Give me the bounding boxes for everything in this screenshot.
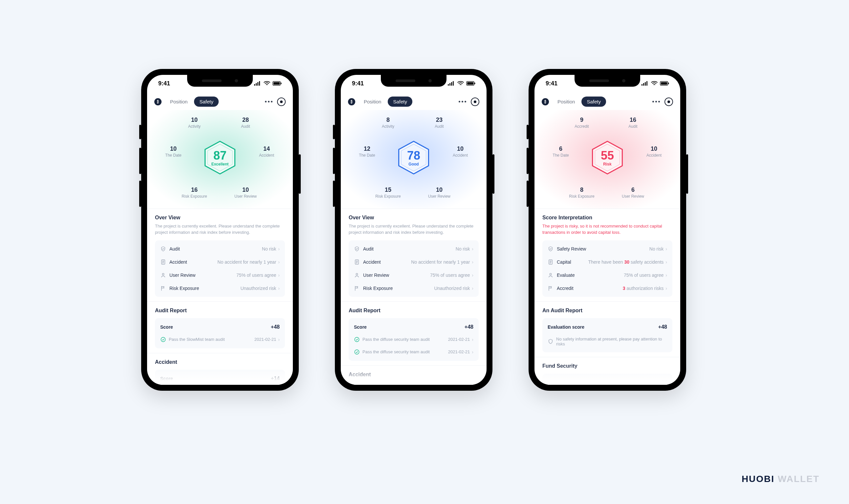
- token-icon[interactable]: ₿: [542, 98, 549, 105]
- svg-rect-2: [257, 82, 258, 86]
- accident-title: Accident: [349, 372, 479, 378]
- svg-point-22: [356, 273, 358, 275]
- overview-row[interactable]: Accident No accident for nearly 1 year›: [155, 255, 285, 269]
- svg-rect-15: [453, 81, 454, 86]
- shield-icon: [160, 246, 166, 252]
- shield-icon: [548, 339, 554, 344]
- overview-row[interactable]: Audit No risk›: [155, 242, 285, 255]
- user-icon: [354, 272, 360, 278]
- svg-rect-31: [668, 83, 669, 84]
- cellular-icon: [642, 81, 649, 86]
- chevron-right-icon: ›: [666, 259, 667, 265]
- target-icon[interactable]: [471, 97, 479, 106]
- token-icon[interactable]: ₿: [348, 98, 355, 105]
- flag-icon: [160, 285, 166, 291]
- stat-mr: 10 Accident: [634, 145, 674, 158]
- svg-rect-0: [254, 84, 255, 86]
- battery-icon: [466, 81, 475, 86]
- target-icon[interactable]: [665, 97, 673, 106]
- score-hexagon: 78 Good: [396, 140, 431, 175]
- more-icon[interactable]: [459, 101, 466, 103]
- audit-card: Score +48 Pass the SlowMist team audit 2…: [155, 318, 285, 348]
- status-time: 9:41: [352, 80, 364, 87]
- cellular-icon: [254, 81, 261, 86]
- chevron-right-icon: ›: [666, 286, 667, 291]
- chevron-right-icon: ›: [472, 259, 473, 265]
- stat-br: 10 User Review: [226, 186, 265, 199]
- shield-icon: [354, 246, 360, 252]
- stat-bl: 15 Risk Exposure: [368, 186, 408, 199]
- svg-rect-1: [256, 83, 257, 86]
- overview-row[interactable]: Accredit 3 authorization risks›: [542, 282, 672, 295]
- svg-point-10: [162, 273, 164, 275]
- more-icon[interactable]: [652, 101, 660, 103]
- svg-point-23: [355, 337, 359, 342]
- phone-mockup: 9:41 ₿ Position Safety: [528, 69, 686, 391]
- phone-mockup: 9:41 ₿ Position Safety: [335, 69, 492, 391]
- score-hexagon: 87 Excellent: [202, 140, 238, 175]
- app-header: ₿ Position Safety: [341, 94, 487, 110]
- overview-section: Over View The project is currently excel…: [341, 209, 487, 301]
- audit-score-row: Score +48: [155, 320, 285, 334]
- overview-row[interactable]: Safety Review No risk›: [542, 242, 672, 255]
- audit-line[interactable]: Pass the diffuse security team audit 202…: [349, 334, 479, 346]
- overview-row[interactable]: Risk Exposure Unauthorized risk›: [155, 282, 285, 295]
- tab-safety[interactable]: Safety: [388, 96, 412, 107]
- target-icon[interactable]: [277, 97, 286, 106]
- stat-bl: 16 Risk Exposure: [175, 186, 214, 199]
- tab-position[interactable]: Position: [552, 96, 580, 107]
- flag-icon: [354, 285, 360, 291]
- overview-title: Score Interpretation: [542, 215, 672, 221]
- stat-tl: 9 Accredit: [562, 116, 601, 129]
- accident-score-row: Evaluation score +14: [542, 376, 672, 385]
- overview-row[interactable]: Risk Exposure Unauthorized risk›: [349, 282, 479, 295]
- svg-point-35: [549, 273, 551, 275]
- overview-row[interactable]: Evaluate 75% of users agree›: [542, 269, 672, 282]
- wifi-icon: [264, 81, 270, 86]
- audit-section: Audit Report Score +48 Pass the diffuse …: [341, 301, 487, 365]
- accident-card: Score +14 No historical accident in the …: [155, 370, 285, 385]
- overview-row[interactable]: Audit No risk›: [349, 242, 479, 255]
- accident-score-row: Score +14: [155, 372, 285, 385]
- svg-rect-26: [643, 83, 644, 86]
- audit-card: Evaluation score +48 No safety informati…: [542, 318, 672, 352]
- score-hexagon: 55 Risk: [590, 140, 625, 175]
- audit-score-row: Score +48: [349, 320, 479, 334]
- overview-subtitle: The project is currently excellent. Plea…: [155, 223, 285, 236]
- accident-section: Accident Score +14 No historical acciden…: [147, 353, 293, 385]
- more-icon[interactable]: [265, 101, 272, 103]
- audit-line[interactable]: Pass the diffuse security team audit 202…: [349, 346, 479, 359]
- document-icon: [548, 259, 554, 265]
- cellular-icon: [448, 81, 455, 86]
- overview-row[interactable]: User Review 75% of users agree›: [155, 269, 285, 282]
- overview-card: Audit No risk› Accident No accident for …: [155, 240, 285, 297]
- stat-tr: 28 Audit: [226, 116, 265, 129]
- audit-note: No safety information at present, please…: [542, 334, 672, 350]
- tab-safety[interactable]: Safety: [581, 96, 606, 107]
- phone-notch: [381, 75, 447, 87]
- accident-title: Fund Security: [542, 363, 672, 369]
- stat-tr: 23 Audit: [419, 116, 459, 129]
- overview-title: Over View: [349, 215, 479, 221]
- chevron-right-icon: ›: [278, 259, 280, 265]
- score-hero: 8 Activity 23 Audit 12 The Date 10 Accid…: [341, 110, 487, 209]
- check-icon: [354, 349, 360, 355]
- audit-line[interactable]: Pass the SlowMist team audit 2021-02-21 …: [155, 334, 285, 346]
- tab-position[interactable]: Position: [165, 96, 193, 107]
- overview-row[interactable]: User Review 75% of users agree›: [349, 269, 479, 282]
- tab-position[interactable]: Position: [359, 96, 386, 107]
- overview-row[interactable]: Capital There have been 30 safety accide…: [542, 255, 672, 269]
- document-icon: [160, 259, 166, 265]
- flag-icon: [548, 285, 554, 291]
- svg-rect-14: [451, 82, 452, 86]
- audit-score-row: Evaluation score +48: [542, 320, 672, 334]
- tab-safety[interactable]: Safety: [194, 96, 219, 107]
- check-icon: [354, 337, 360, 342]
- overview-row[interactable]: Accident No accident for nearly 1 year›: [349, 255, 479, 269]
- status-time: 9:41: [546, 80, 558, 87]
- user-icon: [160, 272, 166, 278]
- overview-subtitle: The project is risky, so it is not recom…: [542, 223, 672, 236]
- score-hero: 9 Accredit 16 Audit 6 The Date 10 Accide…: [535, 110, 680, 209]
- chevron-right-icon: ›: [278, 337, 280, 342]
- token-icon[interactable]: ₿: [154, 98, 162, 105]
